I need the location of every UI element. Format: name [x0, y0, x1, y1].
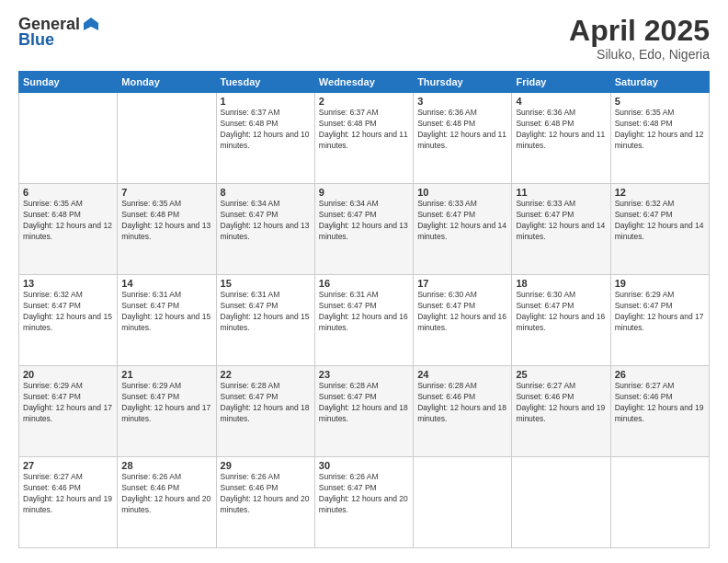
day-number: 15	[221, 278, 311, 289]
day-number: 16	[319, 278, 409, 289]
day-info: Sunrise: 6:36 AM Sunset: 6:48 PM Dayligh…	[417, 108, 507, 152]
sunset-text: Sunset: 6:46 PM	[23, 483, 113, 494]
daylight-text: Daylight: 12 hours and 16 minutes.	[319, 312, 409, 334]
sunrise-text: Sunrise: 6:30 AM	[417, 290, 507, 301]
sunset-text: Sunset: 6:47 PM	[121, 392, 211, 403]
day-info: Sunrise: 6:31 AM Sunset: 6:47 PM Dayligh…	[221, 290, 311, 334]
sunset-text: Sunset: 6:46 PM	[221, 483, 311, 494]
daylight-text: Daylight: 12 hours and 17 minutes.	[121, 403, 211, 425]
sunrise-text: Sunrise: 6:32 AM	[23, 290, 113, 301]
svg-marker-0	[84, 17, 98, 30]
sunrise-text: Sunrise: 6:27 AM	[615, 381, 705, 392]
daylight-text: Daylight: 12 hours and 12 minutes.	[23, 221, 113, 243]
day-number: 27	[23, 460, 113, 471]
sunset-text: Sunset: 6:47 PM	[319, 301, 409, 312]
sunset-text: Sunset: 6:48 PM	[319, 119, 409, 130]
sunset-text: Sunset: 6:47 PM	[221, 301, 311, 312]
calendar-table: Sunday Monday Tuesday Wednesday Thursday…	[18, 71, 710, 548]
daylight-text: Daylight: 12 hours and 16 minutes.	[516, 312, 606, 334]
day-cell: 30 Sunrise: 6:26 AM Sunset: 6:47 PM Dayl…	[314, 457, 413, 548]
day-info: Sunrise: 6:26 AM Sunset: 6:46 PM Dayligh…	[221, 472, 311, 516]
day-number: 3	[417, 96, 507, 107]
day-cell	[414, 457, 512, 548]
day-cell: 22 Sunrise: 6:28 AM Sunset: 6:47 PM Dayl…	[216, 366, 314, 457]
daylight-text: Daylight: 12 hours and 12 minutes.	[615, 130, 705, 152]
day-info: Sunrise: 6:28 AM Sunset: 6:47 PM Dayligh…	[319, 381, 409, 425]
calendar-page: General Blue April 2025 Siluko, Edo, Nig…	[0, 0, 728, 563]
daylight-text: Daylight: 12 hours and 20 minutes.	[121, 494, 211, 516]
header-tuesday: Tuesday	[216, 72, 314, 93]
day-number: 23	[319, 369, 409, 380]
header: General Blue April 2025 Siluko, Edo, Nig…	[18, 15, 710, 62]
daylight-text: Daylight: 12 hours and 10 minutes.	[221, 130, 311, 152]
sunrise-text: Sunrise: 6:31 AM	[319, 290, 409, 301]
header-thursday: Thursday	[414, 72, 512, 93]
day-info: Sunrise: 6:28 AM Sunset: 6:46 PM Dayligh…	[417, 381, 507, 425]
weekday-header-row: Sunday Monday Tuesday Wednesday Thursday…	[19, 72, 710, 93]
day-cell	[512, 457, 610, 548]
daylight-text: Daylight: 12 hours and 16 minutes.	[417, 312, 507, 334]
sunrise-text: Sunrise: 6:31 AM	[121, 290, 211, 301]
day-number: 12	[615, 187, 705, 198]
day-cell: 23 Sunrise: 6:28 AM Sunset: 6:47 PM Dayl…	[314, 366, 413, 457]
day-info: Sunrise: 6:33 AM Sunset: 6:47 PM Dayligh…	[417, 199, 507, 243]
sunset-text: Sunset: 6:47 PM	[121, 301, 211, 312]
week-row-4: 20 Sunrise: 6:29 AM Sunset: 6:47 PM Dayl…	[19, 366, 710, 457]
day-info: Sunrise: 6:29 AM Sunset: 6:47 PM Dayligh…	[121, 381, 211, 425]
sunset-text: Sunset: 6:47 PM	[319, 392, 409, 403]
day-number: 28	[121, 460, 211, 471]
day-info: Sunrise: 6:37 AM Sunset: 6:48 PM Dayligh…	[221, 108, 311, 152]
day-info: Sunrise: 6:27 AM Sunset: 6:46 PM Dayligh…	[615, 381, 705, 425]
day-cell: 15 Sunrise: 6:31 AM Sunset: 6:47 PM Dayl…	[216, 275, 314, 366]
day-cell: 27 Sunrise: 6:27 AM Sunset: 6:46 PM Dayl…	[19, 457, 118, 548]
sunrise-text: Sunrise: 6:35 AM	[615, 108, 705, 119]
header-saturday: Saturday	[610, 72, 709, 93]
daylight-text: Daylight: 12 hours and 14 minutes.	[417, 221, 507, 243]
sunset-text: Sunset: 6:48 PM	[516, 119, 606, 130]
day-cell: 2 Sunrise: 6:37 AM Sunset: 6:48 PM Dayli…	[314, 93, 413, 184]
daylight-text: Daylight: 12 hours and 17 minutes.	[615, 312, 705, 334]
day-number: 19	[615, 278, 705, 289]
day-number: 24	[417, 369, 507, 380]
sunset-text: Sunset: 6:47 PM	[516, 301, 606, 312]
day-cell: 16 Sunrise: 6:31 AM Sunset: 6:47 PM Dayl…	[314, 275, 413, 366]
sunset-text: Sunset: 6:46 PM	[121, 483, 211, 494]
day-number: 9	[319, 187, 409, 198]
daylight-text: Daylight: 12 hours and 11 minutes.	[319, 130, 409, 152]
day-info: Sunrise: 6:35 AM Sunset: 6:48 PM Dayligh…	[615, 108, 705, 152]
day-cell: 7 Sunrise: 6:35 AM Sunset: 6:48 PM Dayli…	[118, 184, 216, 275]
title-area: April 2025 Siluko, Edo, Nigeria	[569, 15, 710, 62]
week-row-1: 1 Sunrise: 6:37 AM Sunset: 6:48 PM Dayli…	[19, 93, 710, 184]
day-number: 30	[319, 460, 409, 471]
day-info: Sunrise: 6:34 AM Sunset: 6:47 PM Dayligh…	[319, 199, 409, 243]
sunset-text: Sunset: 6:48 PM	[417, 119, 507, 130]
sunrise-text: Sunrise: 6:32 AM	[615, 199, 705, 210]
day-info: Sunrise: 6:26 AM Sunset: 6:47 PM Dayligh…	[319, 472, 409, 516]
day-number: 1	[221, 96, 311, 107]
location-subtitle: Siluko, Edo, Nigeria	[569, 47, 710, 62]
day-info: Sunrise: 6:36 AM Sunset: 6:48 PM Dayligh…	[516, 108, 606, 152]
day-info: Sunrise: 6:31 AM Sunset: 6:47 PM Dayligh…	[121, 290, 211, 334]
sunset-text: Sunset: 6:47 PM	[319, 210, 409, 221]
sunrise-text: Sunrise: 6:29 AM	[615, 290, 705, 301]
daylight-text: Daylight: 12 hours and 19 minutes.	[516, 403, 606, 425]
day-cell: 28 Sunrise: 6:26 AM Sunset: 6:46 PM Dayl…	[118, 457, 216, 548]
sunset-text: Sunset: 6:47 PM	[23, 301, 113, 312]
day-number: 21	[121, 369, 211, 380]
day-cell	[118, 93, 216, 184]
day-cell: 11 Sunrise: 6:33 AM Sunset: 6:47 PM Dayl…	[512, 184, 610, 275]
logo-area: General Blue	[18, 15, 100, 50]
week-row-2: 6 Sunrise: 6:35 AM Sunset: 6:48 PM Dayli…	[19, 184, 710, 275]
day-info: Sunrise: 6:34 AM Sunset: 6:47 PM Dayligh…	[221, 199, 311, 243]
day-number: 18	[516, 278, 606, 289]
day-number: 17	[417, 278, 507, 289]
day-number: 14	[121, 278, 211, 289]
day-info: Sunrise: 6:27 AM Sunset: 6:46 PM Dayligh…	[23, 472, 113, 516]
daylight-text: Daylight: 12 hours and 15 minutes.	[23, 312, 113, 334]
sunset-text: Sunset: 6:47 PM	[417, 210, 507, 221]
daylight-text: Daylight: 12 hours and 20 minutes.	[221, 494, 311, 516]
day-cell: 5 Sunrise: 6:35 AM Sunset: 6:48 PM Dayli…	[610, 93, 709, 184]
sunset-text: Sunset: 6:47 PM	[615, 210, 705, 221]
sunset-text: Sunset: 6:48 PM	[121, 210, 211, 221]
daylight-text: Daylight: 12 hours and 17 minutes.	[23, 403, 113, 425]
